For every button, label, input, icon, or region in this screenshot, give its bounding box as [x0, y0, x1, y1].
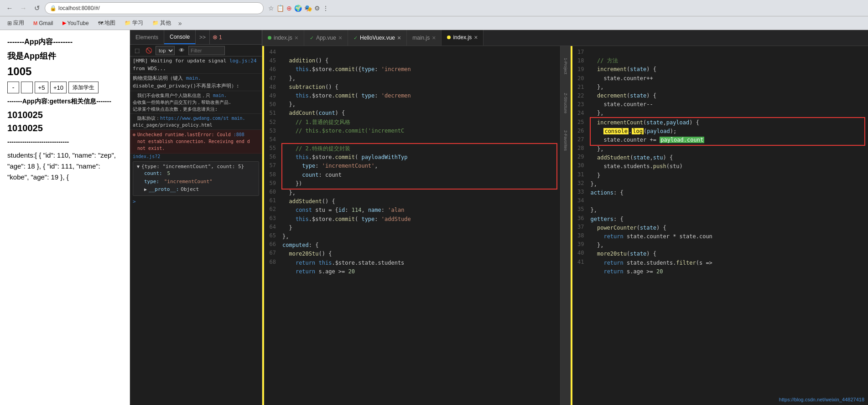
eye-button[interactable]: 👁	[177, 46, 187, 56]
ext-more[interactable]: ⋮	[322, 5, 329, 12]
type-key: type:	[144, 179, 159, 185]
bookmark-apps[interactable]: ⊞ 应用	[4, 18, 28, 28]
youtube-icon: ▶	[62, 20, 66, 26]
tab-dot-1	[268, 36, 271, 40]
bookmark-maps[interactable]: 🗺 地图	[94, 18, 119, 28]
tab-label-index2: index.js	[453, 34, 472, 41]
bookmark-study[interactable]: 📁 学习	[121, 18, 147, 28]
tab-index-js-1[interactable]: index.js ×	[262, 30, 304, 46]
expand-arrow[interactable]: ▼	[137, 164, 140, 169]
count-key: count:	[144, 170, 162, 176]
tab-app-vue[interactable]: ✓ App.vue ×	[304, 30, 348, 46]
bookmark-other[interactable]: 📁 其他	[149, 18, 175, 28]
app-divider-bottom: -----------------------------	[7, 138, 122, 145]
tab-index-js-2[interactable]: index.js ×	[442, 30, 483, 46]
proto-value: Object	[181, 185, 199, 194]
privacy-url[interactable]: https://www.gwdang.com/st	[160, 116, 229, 121]
prompt-arrow: >	[133, 199, 136, 205]
console-prompt-line[interactable]: >	[130, 198, 262, 205]
proto-key: __proto__:	[149, 185, 179, 194]
star-icon[interactable]: ☆	[268, 5, 274, 12]
devtools-tab-bar: Elements Console >> ⊗ 1	[130, 30, 262, 45]
watermark: https://blog.csdn.net/weixin_44827418	[779, 397, 864, 402]
sidebar-icons: 1-Project Z-Structure 2-Favorites	[561, 46, 571, 405]
ext-icon1[interactable]: 📋	[276, 5, 284, 12]
devtools-panel: Elements Console >> ⊗ 1 ⬚ 🚫 top 👁	[130, 30, 262, 405]
obj-type-row: type: "incrementCount"	[137, 178, 255, 186]
app-divider-top: -------App内容--------	[7, 37, 122, 47]
tab-close-hello[interactable]: ×	[397, 34, 401, 41]
filter-input[interactable]	[188, 46, 225, 55]
proto-expand[interactable]: ▶	[144, 186, 147, 193]
browser-action-icons: ☆ 📋 ⊕ 🌍 🎭 ⚙ ⋮	[268, 5, 329, 12]
getters-value2: 1010025	[7, 123, 122, 133]
type-value: "incrementCount"	[164, 179, 213, 185]
editor-tab-bar: index.js × ✓ App.vue × ✓ HelloVuex.vue ×…	[262, 30, 868, 46]
privacy-url2: atic_page/privacy_policy.html	[133, 123, 213, 128]
tab-close-app[interactable]: ×	[338, 34, 342, 41]
tab-elements[interactable]: Elements	[130, 30, 164, 44]
sidebar-structure[interactable]: Z-Structure	[561, 85, 570, 122]
minus-button[interactable]: -	[7, 82, 19, 93]
tab-close-index2[interactable]: ×	[474, 34, 478, 41]
other-label: 其他	[160, 19, 171, 27]
tab-checkmark2: ✓	[353, 35, 358, 41]
wds-text: from WDS...	[133, 66, 166, 72]
add-student-button[interactable]: 添加学生	[68, 82, 99, 93]
main-link1[interactable]: main.	[186, 75, 201, 81]
log-link[interactable]: log.js:24	[229, 58, 257, 64]
left-code-content[interactable]: addition() { this.$store.commit({type: '…	[279, 46, 560, 405]
bookmark-youtube[interactable]: ▶ YouTube	[59, 19, 93, 27]
tab-console[interactable]: Console	[164, 30, 196, 44]
counter-controls: - +5 +10 添加学生	[7, 82, 122, 93]
ext-icon2[interactable]: ⊕	[286, 5, 292, 12]
main-area: -------App内容-------- 我是App组件 1005 - +5 +…	[0, 30, 868, 405]
tab-hello-vuex[interactable]: ✓ HelloVuex.vue ×	[348, 30, 407, 46]
forward-button[interactable]: →	[17, 2, 29, 14]
ext-icon5[interactable]: ⚙	[314, 5, 320, 12]
console-link-line: index.js?2	[130, 154, 262, 159]
bookmarks-more[interactable]: »	[178, 20, 182, 27]
counter-input[interactable]	[21, 82, 33, 93]
obj-header-row[interactable]: ▼ {type: "incrementCount", count: 5}	[137, 164, 255, 169]
console-object: ▼ {type: "incrementCount", count: 5} cou…	[133, 161, 259, 196]
tab-more[interactable]: >>	[196, 30, 210, 44]
sidebar-favorites[interactable]: 2-Favorites	[561, 123, 570, 159]
right-code-content[interactable]: // 方法 increment(state) { state.counter++…	[587, 46, 868, 405]
console-label: Console	[170, 34, 190, 40]
ext-icon3[interactable]: 🌍	[294, 5, 302, 12]
console-error-msg: ⊗ Unchecked runtime.lastError: Could :80…	[130, 130, 262, 154]
address-bar[interactable]: 🔒 localhost:8080/#/	[45, 2, 264, 14]
privacy-link-text: 隐私协议：	[133, 116, 160, 121]
privacy-text1: 购物党隐私说明（键入	[133, 75, 186, 81]
tab-label-app: App.vue	[316, 35, 336, 41]
clear-console-button[interactable]: 🚫	[144, 46, 154, 56]
ext-icon4[interactable]: 🎭	[304, 5, 312, 12]
main-link3[interactable]: main.	[229, 116, 245, 121]
left-editor-pane: 4445464748 4950515253 5455565758 5960616…	[262, 46, 561, 405]
console-msg-3: 我们不会收集用户个人隐私信息，只 main. 会收集一些简单的产品交互行为，帮助…	[130, 91, 262, 114]
tab-main-js[interactable]: main.js ×	[407, 30, 442, 46]
main-link2[interactable]: main.	[213, 93, 227, 98]
context-select[interactable]: top	[156, 46, 175, 55]
apps-label: 应用	[13, 19, 24, 27]
getters-value1: 1010025	[7, 110, 122, 120]
console-msg-4: 隐私协议：https://www.gwdang.com/st main. ati…	[130, 114, 262, 130]
study-icon: 📁	[125, 20, 131, 26]
plus5-button[interactable]: +5	[35, 82, 48, 93]
right-editor-pane: 1718192021 2223242526 2728293031 3233343…	[571, 46, 868, 405]
tab-close-main[interactable]: ×	[432, 34, 436, 41]
students-data: students:[ { "id": 110, "name": "zep", "…	[7, 150, 122, 183]
index-link[interactable]: index.js?2	[133, 154, 160, 159]
plus10-button[interactable]: +10	[50, 82, 67, 93]
bookmark-gmail[interactable]: M Gmail	[30, 19, 57, 27]
error-link[interactable]: :808	[234, 132, 244, 137]
tab-close-1[interactable]: ×	[295, 35, 298, 41]
obj-count-row: count: 5	[137, 169, 255, 178]
sidebar-project[interactable]: 1-Project	[561, 48, 570, 84]
back-button[interactable]: ←	[4, 2, 16, 14]
right-line-numbers: 1718192021 2223242526 2728293031 3233343…	[572, 46, 587, 405]
error-circle-icon: ⊗	[133, 131, 135, 152]
inspect-button[interactable]: ⬚	[132, 46, 142, 56]
reload-button[interactable]: ↺	[31, 2, 43, 14]
